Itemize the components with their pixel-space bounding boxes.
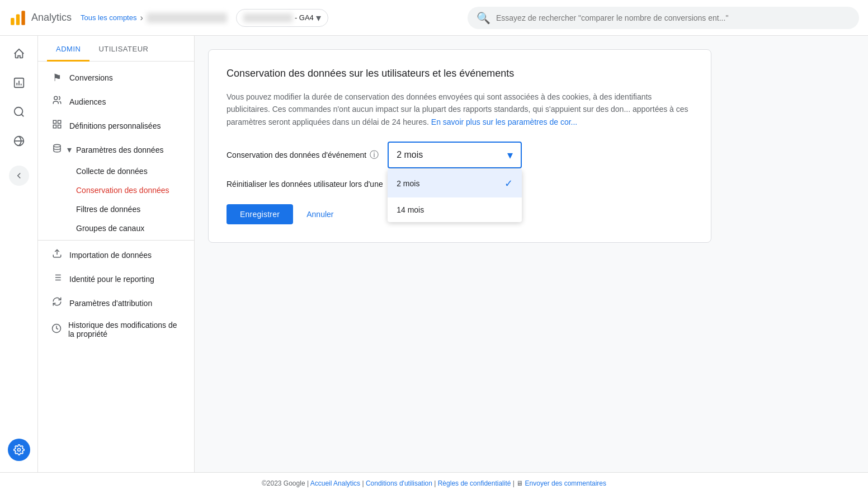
dropdown-menu: 2 mois ✓ 14 mois [388, 170, 522, 222]
conservation-label: Conservation des données [76, 186, 169, 195]
dropdown-arrow-icon: ▾ [507, 148, 513, 162]
event-data-label: Conservation des données d'événement ⓘ [227, 149, 379, 161]
svg-rect-1 [16, 14, 20, 25]
content-card: Conservation des données sur les utilisa… [208, 49, 711, 243]
search-input[interactable] [496, 13, 850, 22]
ga-logo-icon [9, 9, 27, 27]
tab-admin[interactable]: ADMIN [47, 36, 89, 62]
svg-point-7 [17, 449, 20, 451]
check-icon: ✓ [504, 177, 513, 190]
cancel-button[interactable]: Annuler [302, 204, 338, 224]
header: Analytics Tous les comptes › XXXXXXXXXXX… [0, 0, 868, 36]
breadcrumb: Tous les comptes › XXXXXXXXXXXXXXXX [81, 13, 227, 23]
historique-icon [51, 323, 62, 336]
footer-link-confidentialite[interactable]: Règles de confidentialité [438, 479, 511, 487]
nav-explore-button[interactable] [6, 98, 32, 125]
nav-reports-button[interactable] [6, 69, 32, 96]
importation-icon [51, 248, 63, 261]
main-layout: ADMIN UTILISATEUR ⚑ Conversions Audience… [0, 36, 868, 472]
account-name-blurred: XXXXXXXXXXXXXXXX [147, 13, 227, 23]
svg-rect-2 [21, 11, 25, 25]
sidebar-item-attribution[interactable]: Paramètres d'attribution [38, 291, 194, 315]
sidebar-sub-item-groupes[interactable]: Groupes de canaux [47, 219, 194, 238]
identite-icon [51, 272, 63, 285]
app-title: Analytics [31, 12, 72, 23]
sidebar-item-conversions[interactable]: ⚑ Conversions [38, 66, 194, 90]
sidebar-item-label-conversions: Conversions [69, 73, 113, 82]
sidebar-group-data-params[interactable]: ▾ Paramètres des données [38, 138, 194, 162]
svg-rect-10 [58, 120, 61, 123]
collecte-label: Collecte de données [76, 167, 148, 176]
option-2mois-label: 2 mois [397, 179, 419, 188]
footer-link-analytics[interactable]: Accueil Analytics [310, 479, 360, 487]
property-chip[interactable]: XXXXXX - GA4 ▾ [236, 9, 328, 27]
dropdown-container: 2 mois ▾ 2 mois ✓ 14 mois [388, 142, 522, 168]
nav-advertising-button[interactable] [6, 128, 32, 154]
breadcrumb-all-accounts[interactable]: Tous les comptes [81, 13, 136, 22]
sidebar-sub-items: Collecte de données Conservation des don… [38, 162, 194, 238]
settings-button[interactable] [8, 439, 30, 461]
event-data-label-text: Conservation des données d'événement [227, 150, 366, 159]
svg-line-5 [21, 114, 23, 116]
property-name-blurred: XXXXXX [243, 13, 293, 22]
svg-rect-9 [53, 120, 56, 123]
search-bar[interactable]: 🔍 [468, 7, 859, 29]
sidebar-sub-item-filtres[interactable]: Filtres de données [47, 200, 194, 219]
property-chip-chevron: ▾ [316, 12, 321, 24]
dropdown-option-14mois[interactable]: 14 mois [388, 197, 522, 222]
footer-link-commentaires[interactable]: Envoyer des commentaires [525, 479, 606, 487]
collapse-icon: ▾ [67, 144, 72, 155]
importation-label: Importation de données [69, 251, 152, 260]
ga4-label: - GA4 [295, 13, 314, 22]
description-link[interactable]: En savoir plus sur les paramètres de cor… [431, 117, 577, 126]
search-icon: 🔍 [477, 11, 490, 25]
option-14mois-label: 14 mois [397, 205, 424, 214]
sidebar-item-label-audiences: Audiences [69, 97, 106, 106]
svg-rect-12 [53, 125, 56, 128]
svg-point-13 [54, 144, 60, 147]
footer-link-conditions[interactable]: Conditions d'utilisation [366, 479, 432, 487]
dropdown-select[interactable]: 2 mois ▾ [388, 142, 522, 168]
sidebar-item-label-definitions: Définitions personnalisées [69, 121, 161, 130]
left-nav [0, 36, 38, 472]
help-icon[interactable]: ⓘ [370, 149, 379, 161]
back-button[interactable] [9, 166, 29, 186]
data-params-label: Paramètres des données [76, 145, 163, 154]
sidebar-sub-item-conservation[interactable]: Conservation des données [47, 181, 194, 200]
sidebar-item-importation[interactable]: Importation de données [38, 243, 194, 267]
save-button[interactable]: Enregistrer [227, 204, 293, 224]
card-description: Vous pouvez modifier la durée de conserv… [227, 91, 693, 128]
conversions-icon: ⚑ [51, 72, 63, 84]
svg-point-8 [54, 96, 58, 100]
groupes-label: Groupes de canaux [76, 224, 144, 233]
historique-label: Historique des modifications de la propr… [68, 321, 185, 338]
svg-point-4 [14, 107, 22, 116]
sidebar-item-identite[interactable]: Identité pour le reporting [38, 267, 194, 291]
main-content: Conservation des données sur les utilisa… [195, 36, 868, 472]
card-title: Conservation des données sur les utilisa… [227, 68, 693, 79]
filtres-label: Filtres de données [76, 205, 140, 214]
sidebar-divider [38, 240, 194, 241]
attribution-icon [51, 297, 63, 309]
sidebar-sub-item-collecte[interactable]: Collecte de données [47, 162, 194, 181]
sidebar-item-definitions[interactable]: Définitions personnalisées [38, 114, 194, 138]
admin-tabs: ADMIN UTILISATEUR [38, 36, 194, 62]
sidebar-section: ⚑ Conversions Audiences Définitions pers… [38, 62, 194, 349]
reset-label: Réinitialiser les données utilisateur lo… [227, 180, 383, 189]
nav-home-button[interactable] [6, 40, 32, 67]
footer: ©2023 Google | Accueil Analytics | Condi… [0, 472, 868, 494]
tab-user[interactable]: UTILISATEUR [89, 36, 157, 62]
event-data-row: Conservation des données d'événement ⓘ 2… [227, 142, 693, 168]
data-params-icon [51, 143, 63, 156]
footer-feedback-icon: 🖥 [516, 479, 525, 487]
dropdown-current-value: 2 mois [397, 150, 423, 160]
attribution-label: Paramètres d'attribution [69, 299, 152, 308]
identite-label: Identité pour le reporting [69, 275, 154, 284]
logo-area: Analytics [9, 9, 72, 27]
dropdown-option-2mois[interactable]: 2 mois ✓ [388, 170, 522, 197]
definitions-icon [51, 119, 63, 132]
sidebar-item-historique[interactable]: Historique des modifications de la propr… [38, 315, 194, 344]
footer-copyright: ©2023 Google [262, 479, 305, 487]
sidebar-item-audiences[interactable]: Audiences [38, 90, 194, 114]
sidebar: ADMIN UTILISATEUR ⚑ Conversions Audience… [38, 36, 195, 472]
